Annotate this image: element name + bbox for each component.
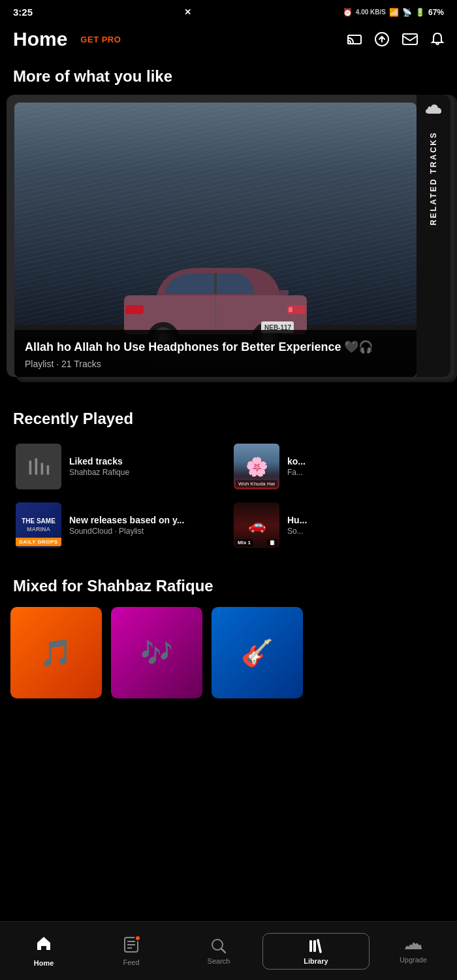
feed-icon-wrapper (123, 936, 140, 956)
mixed-section-title: Mixed for Shahbaz Rafique (0, 570, 457, 604)
daily-drops-info: New releases based on y... SoundCloud · … (69, 515, 223, 536)
ko-thumb-label: Woh Khuda Hai (236, 480, 277, 487)
mixed-items-row: 🎵 🎶 🎸 (0, 604, 457, 701)
liked-tracks-thumb (16, 444, 61, 489)
nav-search[interactable]: Search (175, 938, 262, 965)
ko-thumb: 🌸 Woh Khuda Hai (234, 444, 279, 489)
featured-section-title: More of what you like (0, 61, 457, 95)
svg-rect-25 (309, 940, 312, 952)
mix1-info: Hu... So... (287, 515, 441, 536)
search-nav-label: Search (208, 957, 230, 965)
ko-info: ko... Fa... (287, 456, 441, 477)
nav-home[interactable]: Home (0, 935, 87, 967)
get-pro-button[interactable]: GET PRO (78, 35, 123, 44)
recently-item-mix1[interactable]: 🚗 Mix 1 📋 Hu... So... (228, 496, 447, 555)
svg-rect-8 (125, 305, 144, 314)
recently-item-liked[interactable]: Liked tracks Shahbaz Rafique (10, 437, 228, 496)
ko-sub: Fa... (287, 468, 441, 477)
mixed-section: Mixed for Shahbaz Rafique 🎵 🎶 🎸 (0, 570, 457, 701)
daily-drops-sub: SoundCloud · Playlist (69, 527, 223, 536)
recently-item-daily[interactable]: THE SAMEMARINA DAILY DROPS New releases … (10, 496, 228, 555)
featured-card[interactable]: NEB-117 Allah ho Allah ho Use Headphones… (7, 95, 450, 377)
home-nav-label: Home (34, 959, 54, 967)
recently-item-ko[interactable]: 🌸 Woh Khuda Hai ko... Fa... (228, 437, 447, 496)
featured-section: More of what you like (0, 61, 457, 382)
feed-nav-label: Feed (123, 958, 139, 966)
recently-played-section: Recently Played Liked tracks Shahbaz Raf… (0, 403, 457, 555)
wifi-icon: 📶 (389, 8, 399, 17)
svg-rect-18 (279, 290, 289, 295)
liked-tracks-sub: Shahbaz Rafique (69, 468, 223, 477)
mix1-sub: So... (287, 527, 441, 536)
mixed-item-1[interactable]: 🎵 (10, 607, 102, 698)
upload-icon[interactable] (375, 32, 389, 46)
mix1-name: Hu... (287, 515, 441, 525)
card-overlay-title: Allah ho Allah ho Use Headphones for Bet… (25, 339, 406, 355)
related-tracks-tab[interactable]: RELATED TRACKS (417, 95, 450, 377)
card-stack-wrapper: NEB-117 Allah ho Allah ho Use Headphones… (7, 95, 450, 382)
card-overlay-subtitle: Playlist · 21 Tracks (25, 359, 406, 369)
bottom-nav: Home Feed Search Library (0, 921, 457, 980)
nav-upgrade[interactable]: Upgrade (370, 939, 457, 964)
library-nav-icon (307, 938, 324, 955)
header-icons (347, 32, 444, 46)
network-speed: 4.00 KB/S (356, 8, 386, 16)
header: Home GET PRO (0, 22, 457, 61)
mix1-thumb: 🚗 Mix 1 📋 (234, 502, 279, 548)
nav-library[interactable]: Library (262, 933, 370, 970)
battery-icon: 🔋 (415, 8, 425, 17)
daily-drops-thumb: THE SAMEMARINA DAILY DROPS (16, 502, 61, 548)
signal-icon: 📡 (402, 8, 412, 17)
mixed-thumb-2: 🎶 (111, 607, 202, 698)
ko-name: ko... (287, 456, 441, 466)
recently-played-title: Recently Played (0, 403, 457, 437)
mixed-item-2[interactable]: 🎶 (111, 607, 202, 698)
daily-drops-name: New releases based on y... (69, 515, 223, 525)
recently-played-grid: Liked tracks Shahbaz Rafique 🌸 Woh Khuda… (0, 437, 457, 555)
mix1-sublabel: 📋 (267, 539, 277, 546)
status-right-icons: ⏰ 4.00 KB/S 📶 📡 🔋 67% (343, 8, 444, 17)
search-nav-icon (210, 938, 227, 955)
cast-icon[interactable] (347, 33, 362, 45)
soundcloud-logo-small (424, 103, 443, 119)
feed-notification-dot (134, 935, 141, 941)
svg-rect-3 (403, 34, 417, 44)
bell-icon[interactable] (431, 32, 444, 46)
svg-rect-7 (289, 307, 292, 312)
mix1-label: Mix 1 (236, 539, 253, 546)
card-image: NEB-117 Allah ho Allah ho Use Headphones… (14, 103, 417, 377)
liked-tracks-name: Liked tracks (69, 456, 223, 466)
status-time: 3:25 (13, 7, 33, 18)
mixed-item-3[interactable]: 🎸 (212, 607, 303, 698)
alarm-icon: ⏰ (343, 8, 353, 17)
page-title: Home (13, 28, 67, 50)
status-bar: 3:25 ✕ ⏰ 4.00 KB/S 📶 📡 🔋 67% (0, 0, 457, 22)
related-tracks-label: RELATED TRACKS (429, 131, 438, 225)
battery-percent: 67% (428, 8, 444, 17)
card-overlay: Allah ho Allah ho Use Headphones for Bet… (14, 330, 417, 377)
svg-line-24 (221, 949, 225, 953)
card-inner: NEB-117 Allah ho Allah ho Use Headphones… (7, 95, 450, 377)
mixed-thumb-1: 🎵 (10, 607, 102, 698)
library-nav-label: Library (304, 957, 328, 965)
mixed-thumb-3: 🎸 (212, 607, 303, 698)
status-x-icon: ✕ (184, 7, 191, 17)
liked-tracks-info: Liked tracks Shahbaz Rafique (69, 456, 223, 477)
home-nav-icon (35, 935, 52, 956)
upgrade-nav-label: Upgrade (400, 956, 427, 964)
mail-icon[interactable] (402, 33, 418, 45)
nav-feed[interactable]: Feed (87, 936, 175, 966)
upgrade-nav-icon (403, 939, 423, 953)
svg-rect-26 (313, 940, 316, 952)
